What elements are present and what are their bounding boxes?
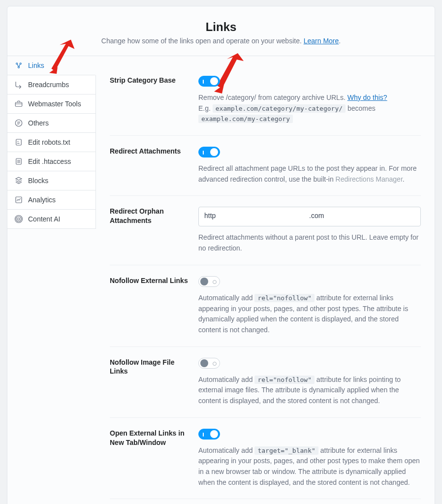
- sidebar-item-links[interactable]: Links: [7, 56, 96, 75]
- sidebar-item-robots[interactable]: Edit robots.txt: [7, 133, 95, 152]
- sidebar-item-label: Edit robots.txt: [28, 138, 70, 146]
- sidebar-item-label: Analytics: [28, 196, 56, 204]
- svg-point-10: [16, 217, 22, 222]
- setting-description: Automatically add rel="nofollow" attribu…: [198, 293, 421, 336]
- sidebar-item-label: Content AI: [28, 215, 60, 223]
- setting-label: Nofollow Image File Links: [110, 358, 189, 377]
- settings-content: Strip Category Base Remove /category/ fr…: [96, 56, 435, 504]
- setting-redirect-attachments: Redirect Attachments Redirect all attach…: [110, 136, 421, 196]
- learn-more-link[interactable]: Learn More: [304, 37, 339, 45]
- svg-point-0: [16, 63, 18, 64]
- setting-label: Redirect Orphan Attachments: [110, 207, 189, 225]
- sidebar-item-label: Breadcrumbs: [28, 81, 69, 89]
- toolbox-icon: [14, 99, 23, 108]
- svg-point-1: [20, 63, 21, 64]
- svg-point-2: [18, 66, 20, 68]
- example-code-before: example.com/category/my-category/: [213, 104, 346, 113]
- svg-point-6: [18, 141, 19, 142]
- toggle-open-external[interactable]: [198, 429, 220, 440]
- redirect-orphan-input[interactable]: [198, 207, 421, 226]
- setting-label: Nofollow External Links: [110, 276, 189, 285]
- setting-nofollow-external: Nofollow External Links Automatically ad…: [110, 265, 421, 347]
- analytics-icon: [14, 195, 23, 204]
- svg-rect-5: [16, 139, 22, 145]
- ai-icon: [14, 215, 23, 223]
- settings-page: Links Change how some of the links open …: [7, 6, 435, 504]
- toggle-nofollow-image[interactable]: [198, 358, 220, 369]
- svg-rect-3: [15, 102, 22, 106]
- page-header: Links Change how some of the links open …: [7, 6, 435, 56]
- redirections-manager-link[interactable]: Redirections Manager: [336, 175, 403, 183]
- attr-code: rel="nofollow": [254, 376, 315, 384]
- setting-label: Redirect Attachments: [110, 147, 189, 156]
- sidebar-item-breadcrumbs[interactable]: Breadcrumbs: [7, 75, 95, 94]
- file-icon: [14, 157, 23, 166]
- links-icon: [14, 61, 23, 70]
- robots-icon: [14, 138, 23, 147]
- breadcrumbs-icon: [14, 80, 23, 89]
- sidebar-item-label: Blocks: [28, 177, 48, 185]
- attr-code: rel="nofollow": [254, 294, 315, 302]
- example-code-after: example.com/my-category: [198, 115, 293, 123]
- sidebar-item-blocks[interactable]: Blocks: [7, 171, 95, 190]
- setting-label: Open External Links in New Tab/Window: [110, 429, 189, 447]
- attr-code: target="_blank": [254, 446, 318, 455]
- setting-redirect-orphan: Redirect Orphan Attachments http .com Re…: [110, 196, 421, 265]
- sidebar-item-label: Others: [28, 119, 49, 127]
- why-do-this-link[interactable]: Why do this?: [347, 94, 387, 101]
- sidebar-item-htaccess[interactable]: Edit .htaccess: [7, 152, 95, 171]
- setting-description: Remove /category/ from category archive …: [198, 93, 421, 125]
- sidebar-item-label: Edit .htaccess: [28, 158, 71, 165]
- toggle-nofollow-external[interactable]: [198, 276, 220, 287]
- setting-strip-category: Strip Category Base Remove /category/ fr…: [110, 71, 421, 136]
- svg-point-9: [18, 218, 20, 220]
- page-subtitle: Change how some of the links open and op…: [17, 37, 425, 45]
- sidebar-item-analytics[interactable]: Analytics: [7, 190, 95, 210]
- setting-description: Redirect attachments without a parent po…: [198, 232, 421, 253]
- setting-open-external: Open External Links in New Tab/Window Au…: [110, 418, 421, 500]
- setting-description: Redirect all attachment page URLs to the…: [198, 163, 421, 185]
- page-title: Links: [17, 20, 425, 34]
- sidebar-item-label: Links: [28, 62, 44, 69]
- setting-nofollow-image: Nofollow Image File Links Automatically …: [110, 347, 421, 418]
- sidebar-item-content-ai[interactable]: Content AI: [7, 210, 95, 228]
- setting-label: Strip Category Base: [110, 76, 189, 85]
- document-icon: [14, 119, 23, 127]
- sidebar-item-label: Webmaster Tools: [28, 100, 81, 108]
- setting-description: Automatically add target="_blank" attrib…: [198, 445, 421, 488]
- sidebar-item-others[interactable]: Others: [7, 114, 95, 133]
- sidebar: Links Breadcrumbs Webmaster Tools Others…: [7, 56, 96, 229]
- blocks-icon: [14, 176, 23, 185]
- toggle-redirect-attachments[interactable]: [198, 147, 220, 158]
- setting-description: Automatically add rel="nofollow" attribu…: [198, 375, 421, 407]
- toggle-strip-category[interactable]: [198, 76, 220, 87]
- sidebar-item-webmaster-tools[interactable]: Webmaster Tools: [7, 94, 95, 114]
